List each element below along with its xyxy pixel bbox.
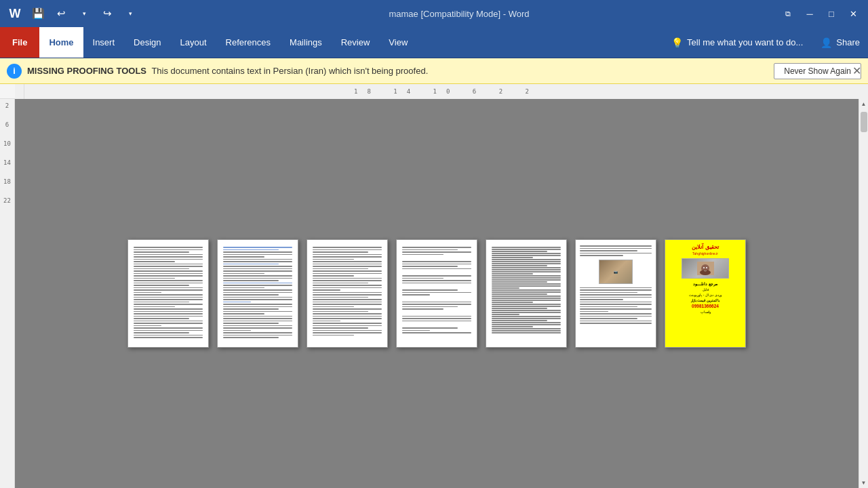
notification-close-button[interactable]: ✕ bbox=[850, 62, 864, 80]
main-area: 2 6 10 14 18 22 bbox=[0, 99, 868, 488]
title-bar-controls: ⧉ ─ □ ✕ bbox=[778, 4, 863, 23]
colored-page-phone: 09981366624 bbox=[692, 304, 719, 308]
window-title: mamae [Compatibility Mode] - Word bbox=[140, 9, 778, 19]
notification-message: This document contains text in Persian (… bbox=[151, 66, 428, 76]
tell-me-label: Tell me what you want to do... bbox=[687, 37, 803, 47]
tab-mailings[interactable]: Mailings bbox=[280, 27, 332, 58]
share-button[interactable]: 👤 Share bbox=[812, 27, 868, 58]
document-canvas[interactable]: 📷 bbox=[15, 99, 859, 488]
page-7[interactable]: تحقیق آنلاین Tahghighonline.ir bbox=[665, 239, 746, 348]
tell-me-input[interactable]: 💡 Tell me what you want to do... bbox=[662, 27, 812, 58]
ruler-numbers: 18 14 10 6 2 2 bbox=[354, 88, 538, 95]
notification-text: MISSING PROOFING TOOLS This document con… bbox=[27, 66, 768, 76]
ruler-marks: 18 14 10 6 2 2 bbox=[24, 84, 868, 99]
undo-arrow: ▾ bbox=[75, 4, 94, 23]
tab-design[interactable]: Design bbox=[124, 27, 170, 58]
page-4[interactable] bbox=[396, 239, 477, 348]
colored-page-header: تحقیق آنلاین bbox=[692, 244, 718, 250]
tab-file[interactable]: File bbox=[0, 27, 39, 58]
embedded-image: 📷 bbox=[599, 260, 633, 284]
redo-button[interactable]: ↪ bbox=[98, 4, 117, 23]
colored-page-line4: با کمترین قیمت بازار bbox=[691, 298, 719, 302]
share-label: Share bbox=[836, 37, 860, 47]
horizontal-ruler: 18 14 10 6 2 2 bbox=[0, 84, 868, 99]
page-1[interactable] bbox=[127, 239, 209, 348]
tab-view[interactable]: View bbox=[379, 27, 417, 58]
notification-icon: i bbox=[7, 64, 22, 79]
vertical-ruler: 2 6 10 14 18 22 bbox=[0, 99, 15, 488]
scroll-thumb[interactable] bbox=[861, 112, 867, 132]
colored-page-suffix: واتساپ bbox=[701, 310, 711, 314]
tab-insert[interactable]: Insert bbox=[83, 27, 125, 58]
never-show-again-button[interactable]: Never Show Again bbox=[774, 63, 861, 79]
restore-down-button[interactable]: ⧉ bbox=[778, 4, 797, 23]
colored-page-line2: فایل bbox=[703, 287, 709, 291]
title-bar-left: W 💾 ↩ ▾ ↪ ▾ bbox=[5, 4, 140, 23]
page-2[interactable] bbox=[217, 239, 298, 348]
notification-bar: i MISSING PROOFING TOOLS This document c… bbox=[0, 58, 868, 84]
notification-title: MISSING PROOFING TOOLS bbox=[27, 66, 146, 76]
colored-page-line1: مرجع دانلـــود bbox=[693, 281, 717, 286]
close-button[interactable]: ✕ bbox=[844, 4, 863, 23]
page-6[interactable]: 📷 bbox=[575, 239, 656, 348]
colored-page-site: Tahghighonline.ir bbox=[692, 251, 718, 256]
maximize-button[interactable]: □ bbox=[822, 4, 841, 23]
qat-more[interactable]: ▾ bbox=[121, 4, 140, 23]
page-3[interactable] bbox=[307, 239, 388, 348]
save-button[interactable]: 💾 bbox=[28, 4, 47, 23]
scroll-down-button[interactable]: ▼ bbox=[859, 478, 868, 488]
title-bar: W 💾 ↩ ▾ ↪ ▾ mamae [Compatibility Mode] -… bbox=[0, 0, 868, 27]
undo-button[interactable]: ↩ bbox=[52, 4, 71, 23]
colored-page-line3: وردی دی ال - پاورپوینت bbox=[689, 293, 721, 297]
vertical-scrollbar[interactable]: ▲ ▼ bbox=[859, 99, 868, 488]
colored-page-image bbox=[682, 258, 729, 279]
scroll-up-button[interactable]: ▲ bbox=[859, 99, 868, 109]
tab-review[interactable]: Review bbox=[332, 27, 380, 58]
tab-layout[interactable]: Layout bbox=[171, 27, 216, 58]
minimize-button[interactable]: ─ bbox=[800, 4, 819, 23]
pages-container: 📷 bbox=[114, 226, 760, 361]
svg-point-4 bbox=[706, 267, 707, 268]
svg-point-2 bbox=[700, 270, 711, 275]
tab-home[interactable]: Home bbox=[39, 27, 83, 58]
tab-references[interactable]: References bbox=[216, 27, 280, 58]
word-icon: W bbox=[5, 4, 24, 23]
page-5[interactable] bbox=[486, 239, 567, 348]
svg-point-3 bbox=[703, 267, 705, 268]
ribbon: File Home Insert Design Layout Reference… bbox=[0, 27, 868, 58]
